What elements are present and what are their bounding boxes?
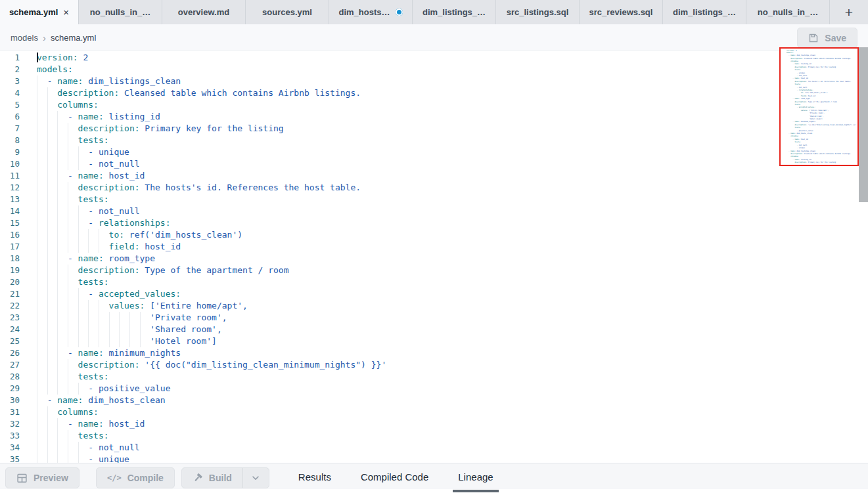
code-line-10: 10 - not_null xyxy=(0,158,868,170)
yaml-value: ref('dim_hosts_clean') xyxy=(124,230,242,240)
indent-guides xyxy=(787,95,801,96)
yaml-value: - xyxy=(68,419,78,429)
file-tab-3[interactable]: sources.yml xyxy=(246,0,329,24)
panel-tab-label: Compiled Code xyxy=(361,471,428,482)
code-line-15: 15 - relationships: xyxy=(0,217,868,229)
yaml-key: version: xyxy=(37,53,78,62)
file-tab-active[interactable]: schema.yml× xyxy=(0,0,79,24)
code-line-21: 21 - accepted_values: xyxy=(0,288,868,300)
line-number: 8 xyxy=(0,135,20,146)
indent-guides xyxy=(787,123,794,125)
yaml-key: description: xyxy=(794,66,807,68)
yaml-key: tests: xyxy=(78,277,109,287)
breadcrumb-bar: models › schema.yml Save xyxy=(0,24,868,51)
breadcrumb-item-file: schema.yml xyxy=(51,33,96,43)
indent-guides xyxy=(37,170,68,182)
file-tab-4[interactable]: dim_hosts… xyxy=(329,0,413,24)
yaml-value: Primary key for the listing xyxy=(807,161,836,163)
indent-guides xyxy=(787,112,809,114)
line-number: 11 xyxy=(0,170,20,182)
yaml-value: room_type xyxy=(104,253,155,263)
panel-tab-lineage[interactable]: Lineage xyxy=(458,463,493,490)
indent-guides xyxy=(787,158,792,160)
file-tab-9[interactable]: no_nulls_in_… xyxy=(746,0,830,24)
code-line-12: 12 description: The hosts's id. Referenc… xyxy=(0,182,868,194)
yaml-key: columns: xyxy=(790,135,799,137)
yaml-key: field: xyxy=(801,95,807,97)
file-tab-2[interactable]: overview.md xyxy=(162,0,246,24)
file-tab-6[interactable]: src_listings.sql xyxy=(496,0,580,24)
indent-guides xyxy=(37,217,88,229)
code-line-16: 16 to: ref('dim_hosts_clean') xyxy=(0,229,868,241)
yaml-value: host_id xyxy=(140,242,181,251)
code-line-22: 22 values: ['Entire home/apt', xyxy=(0,300,868,312)
minimap[interactable]: version: 2models: - name: dim_listings_c… xyxy=(779,47,859,166)
yaml-key: name: xyxy=(790,54,796,56)
yaml-key: name: xyxy=(57,395,83,405)
indent-guides xyxy=(37,430,78,442)
yaml-key: description: xyxy=(794,81,807,83)
yaml-key: field: xyxy=(109,242,140,251)
yaml-key: tests: xyxy=(78,194,109,204)
code-line-7: 7 description: Primary key for the listi… xyxy=(0,123,868,135)
code-line-23: 23 'Private room', xyxy=(0,312,868,324)
indent-guides xyxy=(787,66,794,68)
indent-guides xyxy=(37,371,78,383)
yaml-key: tests: xyxy=(794,104,800,106)
code-line-14: 14 - not_null xyxy=(0,205,868,217)
file-tab-label: schema.yml xyxy=(9,7,58,17)
yaml-key: description: xyxy=(78,360,140,370)
yaml-key: models: xyxy=(37,64,73,74)
indent-guides xyxy=(37,359,78,371)
yaml-value: 'Private room', xyxy=(809,112,824,114)
file-tab-7[interactable]: src_reviews.sql xyxy=(580,0,663,24)
file-tab-5[interactable]: dim_listings_… xyxy=(413,0,496,24)
bottom-toolbar: Preview </> Compile Build ResultsCompile… xyxy=(0,463,868,493)
scrollbar-thumb[interactable] xyxy=(859,47,868,202)
editor-scrollbar[interactable] xyxy=(859,47,868,463)
code-line-11: 11 - name: host_id xyxy=(0,170,868,182)
new-tab-button[interactable]: + xyxy=(830,0,868,24)
yaml-key: description: xyxy=(794,124,807,126)
yaml-value: ['Entire home/apt', xyxy=(145,301,248,311)
code-brackets-icon: </> xyxy=(107,473,122,482)
yaml-key: columns: xyxy=(57,407,99,417)
preview-button[interactable]: Preview xyxy=(5,467,80,488)
yaml-value: 'Hotel room'] xyxy=(809,118,822,120)
build-options-button[interactable] xyxy=(242,468,269,488)
code-line-27: 27 description: '{{ doc("dim_listing_cle… xyxy=(0,359,868,371)
save-button-label: Save xyxy=(825,33,846,43)
indent-guides xyxy=(787,141,794,143)
panel-tab-compiled-code[interactable]: Compiled Code xyxy=(361,463,428,490)
yaml-key: description: xyxy=(794,101,807,103)
panel-tab-results[interactable]: Results xyxy=(298,463,331,490)
code-line-9: 9 - unique xyxy=(0,146,868,158)
file-tab-8[interactable]: dim_listings_… xyxy=(663,0,746,24)
line-number: 16 xyxy=(0,229,20,241)
code-editor[interactable]: 1version: 22models:3 - name: dim_listing… xyxy=(0,51,868,463)
yaml-key: tests: xyxy=(78,135,109,145)
code-line-29: 29 - positive_value xyxy=(0,383,868,395)
save-button[interactable]: Save xyxy=(797,28,857,48)
yaml-key: tests: xyxy=(78,372,109,381)
file-tab-1[interactable]: no_nulls_in_… xyxy=(79,0,162,24)
yaml-value: host_id xyxy=(104,419,145,429)
yaml-value: dim_hosts_clean xyxy=(83,395,165,405)
compile-button[interactable]: </> Compile xyxy=(96,467,175,488)
code-line-31: 31 columns: xyxy=(0,406,868,418)
indent-guides xyxy=(787,98,792,100)
line-number: 13 xyxy=(0,194,20,205)
breadcrumb-item-models[interactable]: models xyxy=(11,33,38,43)
line-number: 22 xyxy=(0,300,20,312)
line-number: 14 xyxy=(0,205,20,217)
yaml-value: - not_null xyxy=(88,159,139,169)
minimap-line: description: Cleansed table which contai… xyxy=(787,152,857,155)
line-number: 19 xyxy=(0,265,20,276)
file-tab-label: dim_listings_… xyxy=(423,7,486,17)
build-button[interactable]: Build xyxy=(182,468,242,488)
indent-guides xyxy=(37,87,57,99)
file-tab-label: overview.md xyxy=(178,7,229,17)
close-icon[interactable]: × xyxy=(63,7,69,17)
yaml-key: name: xyxy=(78,348,104,358)
indent-guides xyxy=(37,205,88,217)
